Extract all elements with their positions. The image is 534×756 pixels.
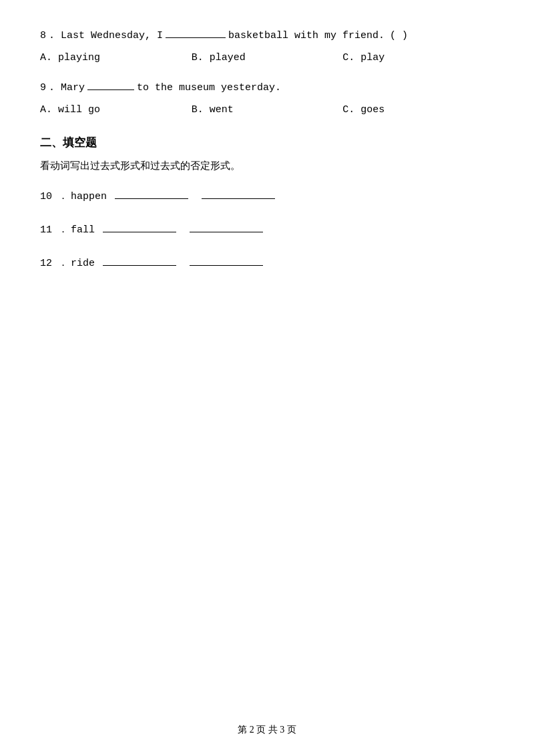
q9-option-c[interactable]: C. goes [342, 101, 494, 119]
q8-number: 8 [40, 27, 46, 45]
q9-options: A. will go B. went C. goes [40, 101, 494, 119]
fill-10-number: 10 ． [40, 188, 68, 206]
q8-options: A. playing B. played C. play [40, 49, 494, 67]
fill-11-blank1[interactable] [103, 220, 176, 232]
q8-option-b-label: B. [192, 52, 210, 63]
q8-option-a-text: playing [58, 52, 100, 63]
fill-11-number: 11 ． [40, 221, 68, 239]
fill-10-word: happen [71, 188, 107, 206]
question-9-line: 9 . Mary to the museum yesterday. [40, 79, 494, 97]
section2-instruction: 看动词写出过去式形式和过去式的否定形式。 [40, 157, 494, 175]
fill-12-number: 12 ． [40, 254, 68, 272]
section2-header: 二、填空题 [40, 135, 494, 150]
q9-text-part1: . Mary [49, 79, 85, 97]
fill-10-blank2[interactable] [202, 187, 275, 199]
fill-11-blank2[interactable] [190, 220, 263, 232]
question-9: 9 . Mary to the museum yesterday. A. wil… [40, 79, 494, 119]
q9-blank[interactable] [87, 89, 134, 90]
page-footer: 第 2 页 共 3 页 [0, 724, 534, 736]
fill-10-blank1[interactable] [115, 187, 188, 199]
fill-item-12: 12 ． ride [40, 254, 494, 272]
q8-text-after: basketball with my friend. [228, 27, 384, 45]
q9-number: 9 [40, 79, 46, 97]
q8-option-a-label: A. [40, 52, 58, 63]
q8-text-before: . Last Wednesday, I [49, 27, 163, 45]
q9-option-c-label: C. [342, 104, 360, 116]
fill-12-blank2[interactable] [190, 254, 263, 266]
fill-item-10: 10 ． happen [40, 187, 494, 206]
footer-text: 第 2 页 共 3 页 [238, 725, 296, 735]
question-8: 8 . Last Wednesday, I basketball with my… [40, 27, 494, 67]
q8-option-c[interactable]: C. play [342, 49, 494, 67]
fill-12-word: ride [71, 254, 95, 272]
q8-option-c-text: play [360, 52, 384, 63]
q8-option-b-text: played [210, 52, 246, 63]
q9-option-b-label: B. [192, 104, 210, 116]
fill-11-word: fall [71, 221, 95, 239]
fill-item-11: 11 ． fall [40, 220, 494, 239]
q8-option-c-label: C. [342, 52, 360, 63]
q9-option-a-label: A. [40, 104, 58, 116]
q9-option-c-text: goes [360, 104, 384, 116]
q9-option-a[interactable]: A. will go [40, 101, 192, 119]
fill-12-blank1[interactable] [103, 254, 176, 266]
q9-option-b[interactable]: B. went [192, 101, 343, 119]
q8-blank[interactable] [166, 37, 226, 38]
q9-text-part2: to the museum yesterday. [137, 79, 281, 97]
q8-option-b[interactable]: B. played [192, 49, 343, 67]
question-8-line: 8 . Last Wednesday, I basketball with my… [40, 27, 494, 45]
q9-option-b-text: went [210, 104, 234, 116]
q8-option-a[interactable]: A. playing [40, 49, 192, 67]
q9-option-a-text: will go [58, 104, 100, 116]
q8-paren: ( ) [390, 27, 408, 45]
